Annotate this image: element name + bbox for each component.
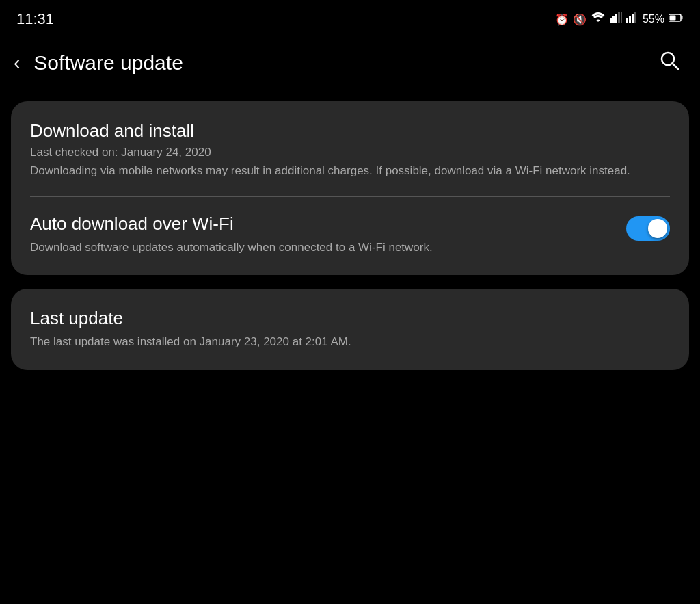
- update-card: Download and install Last checked on: Ja…: [11, 101, 689, 275]
- status-time: 11:31: [16, 10, 54, 28]
- last-update-title: Last update: [30, 308, 670, 329]
- auto-download-title: Auto download over Wi-Fi: [30, 213, 612, 235]
- svg-rect-1: [612, 16, 615, 23]
- last-checked-label: Last checked on: January 24, 2020: [30, 146, 670, 159]
- auto-download-toggle-container: [626, 216, 670, 241]
- download-section[interactable]: Download and install Last checked on: Ja…: [11, 101, 689, 196]
- last-update-description: The last update was installed on January…: [30, 333, 670, 351]
- signal-icon: [610, 12, 622, 26]
- app-bar-left: ‹ Software update: [14, 51, 183, 75]
- wifi-icon: [591, 12, 606, 26]
- battery-percent: 55%: [643, 13, 664, 25]
- svg-line-13: [673, 64, 679, 70]
- svg-rect-4: [621, 12, 622, 23]
- mute-icon: 🔇: [573, 13, 587, 26]
- download-description: Downloading via mobile networks may resu…: [30, 162, 670, 180]
- status-icons: ⏰ 🔇 55%: [555, 12, 684, 26]
- svg-rect-8: [634, 12, 636, 23]
- page-title: Software update: [33, 51, 183, 75]
- auto-download-section: Auto download over Wi-Fi Download softwa…: [11, 197, 689, 276]
- svg-rect-0: [610, 18, 612, 23]
- svg-rect-7: [632, 14, 634, 23]
- auto-download-toggle[interactable]: [626, 216, 670, 241]
- back-button[interactable]: ‹: [14, 52, 20, 74]
- auto-download-text: Auto download over Wi-Fi Download softwa…: [30, 213, 612, 257]
- toggle-thumb: [648, 219, 667, 238]
- svg-point-12: [662, 53, 674, 65]
- signal2-icon: [626, 12, 638, 26]
- alarm-icon: ⏰: [555, 13, 569, 26]
- app-bar: ‹ Software update: [0, 36, 700, 90]
- search-button[interactable]: [659, 50, 681, 77]
- last-update-card: Last update The last update was installe…: [11, 289, 689, 370]
- last-update-section: Last update The last update was installe…: [11, 289, 689, 370]
- download-title: Download and install: [30, 120, 670, 142]
- main-content: Download and install Last checked on: Ja…: [0, 90, 700, 381]
- battery-icon: [669, 13, 684, 25]
- svg-rect-2: [615, 14, 617, 23]
- svg-rect-6: [629, 16, 631, 23]
- svg-rect-10: [682, 16, 683, 20]
- auto-download-description: Download software updates automatically …: [30, 239, 612, 257]
- svg-rect-11: [670, 16, 676, 21]
- toggle-track: [626, 216, 670, 241]
- svg-rect-3: [618, 12, 620, 23]
- svg-rect-5: [626, 18, 628, 23]
- status-bar: 11:31 ⏰ 🔇: [0, 0, 700, 36]
